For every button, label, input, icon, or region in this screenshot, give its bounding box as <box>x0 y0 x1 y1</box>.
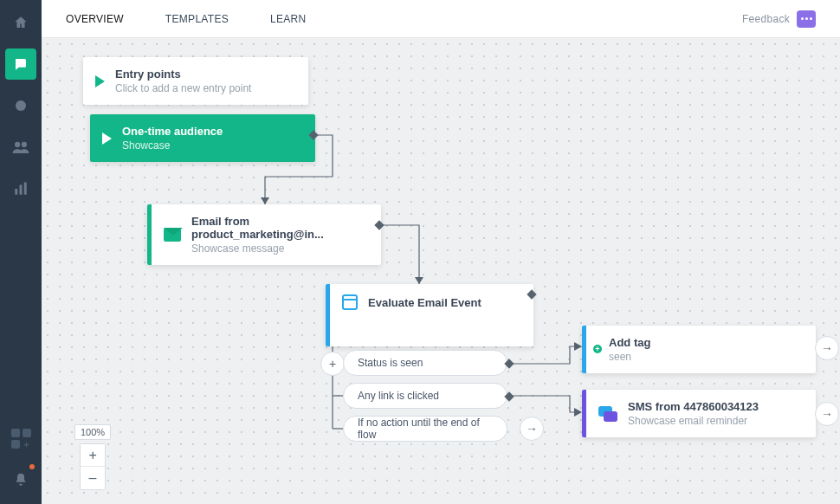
sms-title: SMS from 447860034123 <box>628 400 759 413</box>
branch-no-action[interactable]: If no action until the end of flow <box>343 416 507 442</box>
zoom-controls: 100% + – <box>74 424 111 490</box>
email-title: Email from product_marketing@in... <box>191 215 367 241</box>
entry-points-card[interactable]: Entry points Click to add a new entry po… <box>83 57 308 105</box>
play-icon <box>95 75 105 87</box>
svg-rect-4 <box>20 185 23 195</box>
flows-icon[interactable] <box>5 48 36 80</box>
entry-sub: Click to add a new entry point <box>115 82 251 94</box>
play-icon <box>102 132 112 145</box>
apps-icon[interactable]: + <box>5 423 36 454</box>
continue-button[interactable]: → <box>520 417 544 441</box>
svg-marker-11 <box>574 342 582 351</box>
analytics-icon[interactable] <box>5 173 36 204</box>
audience-icon[interactable] <box>5 90 36 121</box>
evaluate-title: Evaluate Email Event <box>368 296 481 309</box>
mail-icon <box>164 228 181 242</box>
svg-rect-5 <box>24 183 27 195</box>
audience-card[interactable]: One-time audience Showcase <box>90 114 315 162</box>
continue-button[interactable]: → <box>815 336 839 360</box>
sms-card[interactable]: SMS from 447860034123 Showcase email rem… <box>582 390 816 437</box>
evaluate-card[interactable]: Evaluate Email Event <box>326 284 533 346</box>
feedback-link[interactable]: Feedback <box>742 10 816 28</box>
home-icon[interactable] <box>5 7 36 38</box>
entry-title: Entry points <box>115 68 251 81</box>
feedback-label: Feedback <box>742 13 790 25</box>
addtag-title: Add tag <box>609 336 650 349</box>
sms-sub: Showcase email reminder <box>628 415 759 427</box>
email-card[interactable]: Email from product_marketing@in... Showc… <box>147 204 381 265</box>
zoom-level: 100% <box>74 424 111 440</box>
audience-sub: Showcase <box>122 139 223 152</box>
feedback-icon <box>797 10 816 28</box>
svg-point-1 <box>15 142 20 147</box>
app-sidebar: + <box>0 0 42 504</box>
svg-marker-7 <box>415 277 423 284</box>
zoom-out-button[interactable]: – <box>81 467 105 489</box>
zoom-in-button[interactable]: + <box>81 444 105 467</box>
add-branch-button[interactable]: + <box>320 352 345 376</box>
svg-point-2 <box>22 142 27 147</box>
add-tag-card[interactable]: + Add tag seen <box>582 326 816 373</box>
top-bar: OVERVIEW TEMPLATES LEARN Feedback <box>42 0 840 38</box>
branch-status-seen[interactable]: Status is seen <box>343 350 507 376</box>
branch-link-clicked[interactable]: Any link is clicked <box>343 383 507 409</box>
flow-canvas[interactable]: Entry points Click to add a new entry po… <box>42 38 840 504</box>
tab-learn[interactable]: LEARN <box>270 13 307 25</box>
tab-overview[interactable]: OVERVIEW <box>66 13 124 25</box>
addtag-sub: seen <box>609 351 650 363</box>
notification-dot <box>29 464 35 469</box>
svg-rect-3 <box>15 189 17 195</box>
audience-title: One-time audience <box>122 125 223 138</box>
notifications-icon[interactable] <box>5 464 36 495</box>
tab-templates[interactable]: TEMPLATES <box>165 13 229 25</box>
svg-marker-6 <box>261 197 269 204</box>
sms-icon <box>598 406 617 422</box>
svg-marker-12 <box>574 408 582 417</box>
people-icon[interactable] <box>5 132 36 163</box>
continue-button[interactable]: → <box>815 402 839 426</box>
svg-point-0 <box>16 100 26 111</box>
calendar-icon <box>342 294 358 310</box>
email-sub: Showcase message <box>191 242 367 255</box>
main-area: OVERVIEW TEMPLATES LEARN Feedback <box>42 0 840 504</box>
